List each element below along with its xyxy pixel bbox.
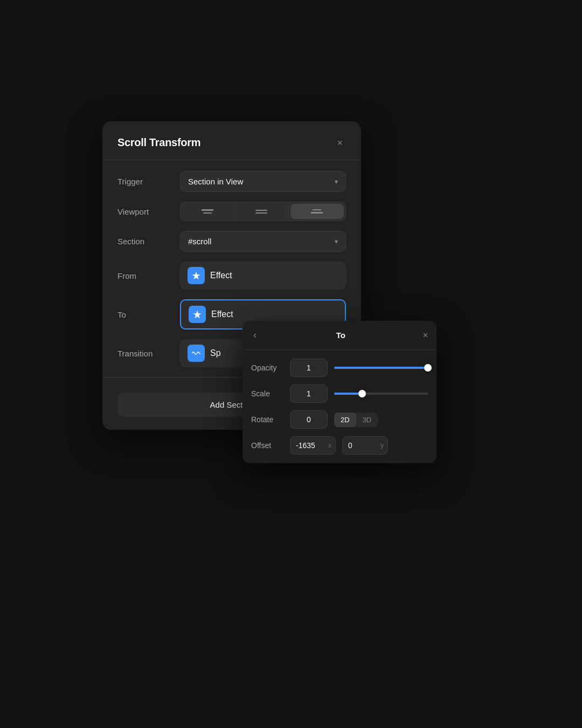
- offset-y-suffix: y: [380, 442, 384, 449]
- panel-title: Scroll Transform: [117, 136, 200, 149]
- rotate-input[interactable]: [290, 410, 328, 429]
- viewport-divider-2: [288, 206, 289, 217]
- to-effect-label: Effect: [211, 310, 233, 319]
- viewport-top-icon: [202, 209, 213, 214]
- scale-input[interactable]: [290, 384, 328, 403]
- trigger-dropdown[interactable]: Section in View ▾: [180, 171, 346, 192]
- chevron-down-icon: ▾: [335, 178, 338, 186]
- viewport-middle-btn[interactable]: [234, 204, 288, 219]
- sparkle-icon-2: [192, 310, 202, 319]
- sub-panel-title: To: [336, 331, 345, 340]
- rotate-row: Rotate 2D 3D: [251, 410, 428, 429]
- transition-label: Transition: [117, 349, 171, 358]
- viewport-label: Viewport: [117, 207, 171, 216]
- to-effect-icon: [189, 306, 206, 323]
- chevron-down-icon-2: ▾: [335, 238, 338, 245]
- to-label: To: [117, 310, 171, 319]
- viewport-row: Viewport: [117, 202, 346, 221]
- section-dropdown[interactable]: #scroll ▾: [180, 231, 346, 252]
- wave-icon: [191, 348, 201, 358]
- viewport-bottom-btn[interactable]: [290, 204, 344, 219]
- dim-group: 2D 3D: [334, 413, 378, 427]
- trigger-label: Trigger: [117, 177, 171, 186]
- scale-slider[interactable]: [334, 393, 428, 395]
- sub-panel-header: ‹ To ×: [242, 321, 436, 350]
- dim-2d-button[interactable]: 2D: [334, 413, 356, 427]
- offset-x-wrap: x: [290, 436, 336, 455]
- viewport-bottom-icon: [311, 209, 323, 214]
- from-effect-button[interactable]: Effect: [180, 262, 346, 290]
- sparkle-icon: [191, 271, 201, 280]
- from-effect-label: Effect: [210, 271, 232, 280]
- close-button[interactable]: ×: [334, 137, 346, 149]
- viewport-group: [180, 202, 346, 221]
- viewport-middle-icon: [255, 210, 267, 214]
- opacity-label: Opacity: [251, 363, 283, 372]
- scale-label: Scale: [251, 389, 283, 398]
- opacity-slider-thumb: [424, 364, 432, 372]
- opacity-slider-fill: [334, 367, 428, 369]
- section-row: Section #scroll ▾: [117, 231, 346, 252]
- offset-label: Offset: [251, 441, 283, 450]
- from-label: From: [117, 271, 171, 280]
- section-label: Section: [117, 237, 171, 246]
- sub-panel-body: Opacity Scale Rotate: [242, 350, 436, 463]
- offset-row: Offset x y: [251, 436, 428, 455]
- from-effect-icon: [188, 267, 205, 284]
- transition-icon: [188, 345, 205, 362]
- offset-x-suffix: x: [328, 442, 331, 449]
- opacity-row: Opacity: [251, 359, 428, 377]
- offset-y-wrap: y: [342, 436, 388, 455]
- opacity-input[interactable]: [290, 359, 328, 377]
- scale-row: Scale: [251, 384, 428, 403]
- rotate-label: Rotate: [251, 415, 283, 424]
- scale-slider-thumb: [358, 390, 366, 397]
- transition-value: Sp: [210, 348, 221, 358]
- from-row: From Effect: [117, 262, 346, 290]
- opacity-slider[interactable]: [334, 367, 428, 369]
- sub-close-button[interactable]: ×: [423, 331, 428, 340]
- viewport-top-btn[interactable]: [181, 204, 234, 219]
- dim-3d-button[interactable]: 3D: [356, 413, 378, 427]
- trigger-value: Section in View: [188, 177, 243, 186]
- divider: [102, 160, 361, 160]
- trigger-row: Trigger Section in View ▾: [117, 171, 346, 192]
- sub-panel: ‹ To × Opacity Scale: [242, 321, 436, 463]
- section-value: #scroll: [188, 237, 211, 246]
- sub-back-button[interactable]: ‹: [251, 328, 259, 342]
